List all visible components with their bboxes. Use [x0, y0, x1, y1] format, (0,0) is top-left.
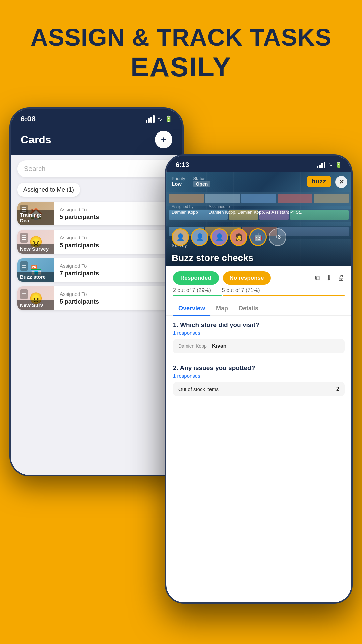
question-1: 1. Which store did you visit? 1 response… — [173, 321, 345, 353]
assigned-to-value: Damien Kopp, Damien Kopp, AI Assistant @… — [209, 210, 304, 215]
question-1-number: 1. — [173, 321, 178, 328]
hero-background: buzz Priority Low Status Open ✕ — [166, 172, 351, 266]
survey-title: Buzz store checks — [172, 253, 253, 263]
no-response-stat: 5 out of 7 (71%) — [222, 287, 260, 293]
back-header-title: Cards — [21, 133, 51, 146]
card-participants-training: 5 participants — [60, 214, 170, 221]
assigned-by-col: Assigned by Damien Kopp — [172, 204, 198, 215]
card-image-survey2: 😠 ☰ New Surv — [17, 286, 54, 310]
question-1-responses: 1 responses — [173, 330, 345, 336]
avatar-plus: +3 — [269, 228, 286, 246]
responded-button[interactable]: Responded — [173, 271, 219, 285]
response-actions: ⧉ ⬇ 🖨 — [315, 274, 345, 282]
card-item-survey2[interactable]: 😠 ☰ New Surv Assigned To 5 participants — [17, 286, 176, 310]
card-overlay-icon-survey1: ☰ — [20, 233, 28, 243]
card-item-buzz[interactable]: 🏪 ☰ Buzz store Assigned To 7 participant… — [17, 258, 176, 282]
card-image-survey1: 😠 ☰ New Survey — [17, 230, 54, 254]
card-item-training[interactable]: 🏠 ☰ Training: Dea Assigned To 5 particip… — [17, 202, 176, 225]
avatar-5: 🤖 — [249, 228, 267, 246]
card-label-overlay-survey2: New Surv — [17, 300, 54, 310]
answer-author-1: Damien Kopp — [178, 343, 208, 349]
headline-section: ASSIGN & TRACK TASKS EASILY — [0, 0, 362, 83]
card-info-buzz: Assigned To 7 participants — [54, 258, 176, 282]
answer-text-1: Kivan — [212, 343, 227, 349]
responded-stat: 2 out of 7 (29%) — [173, 287, 211, 293]
phone-front: 6:13 ∿ 🔋 — [165, 154, 353, 604]
avatar-3: 👤 — [210, 228, 228, 246]
assigned-to-col: Assigned to Damien Kopp, Damien Kopp, AI… — [209, 204, 304, 215]
front-signal-icon — [317, 162, 325, 168]
back-content: Search Assigned to Me (1) 🏠 ☰ Training: … — [11, 155, 182, 475]
status-label: Status — [193, 176, 210, 181]
question-1-title: 1. Which store did you visit? — [173, 321, 345, 329]
issue-value: 2 — [336, 386, 339, 392]
card-assigned-to-survey2: Assigned To — [60, 291, 170, 297]
question-2: 2. Any issues you spotted? 1 responses O… — [173, 364, 345, 396]
wifi-icon: ∿ — [157, 115, 162, 123]
download-icon[interactable]: ⬇ — [326, 274, 332, 282]
card-info-training: Assigned To 5 participants — [54, 202, 176, 225]
question-2-title: 2. Any issues you spotted? — [173, 364, 345, 372]
buzz-logo: buzz — [307, 176, 331, 187]
response-section: Responded No response ⧉ ⬇ 🖨 2 out of 7 (… — [166, 266, 351, 302]
issue-row-1: Out of stock items 2 — [173, 382, 345, 396]
assigned-row: Assigned by Damien Kopp Assigned to Dami… — [172, 204, 346, 215]
card-info-survey1: Assigned To 5 participants — [54, 230, 176, 254]
back-header: Cards + — [11, 127, 182, 155]
phone-back: 6:08 ∿ 🔋 Cards + Se — [9, 107, 184, 476]
card-assigned-to-survey1: Assigned To — [60, 235, 170, 240]
status-value: Open — [193, 181, 210, 187]
headline-line1: ASSIGN & TRACK TASKS — [0, 23, 362, 51]
card-assigned-to-buzz: Assigned To — [60, 263, 170, 269]
card-overlay-icon-survey2: ☰ — [20, 289, 28, 299]
card-item-survey1[interactable]: 😠 ☰ New Survey Assigned To 5 participant… — [17, 230, 176, 254]
card-participants-survey2: 5 participants — [60, 298, 170, 305]
card-label-overlay-survey1: New Survey — [17, 244, 54, 254]
battery-icon: 🔋 — [165, 115, 172, 123]
filter-tags: Assigned to Me (1) — [17, 183, 176, 197]
answer-row-1: Damien Kopp Kivan — [173, 339, 345, 353]
hero-area: buzz Priority Low Status Open ✕ — [166, 172, 351, 266]
front-battery-icon: 🔋 — [335, 162, 342, 168]
priority-value: Low — [172, 181, 182, 187]
divider-1 — [173, 360, 345, 360]
issue-table: Out of stock items 2 — [173, 382, 345, 396]
card-info-survey2: Assigned To 5 participants — [54, 286, 176, 310]
response-stats: 2 out of 7 (29%) 5 out of 7 (71%) — [173, 287, 345, 293]
card-participants-survey1: 5 participants — [60, 242, 170, 249]
question-2-number: 2. — [173, 364, 178, 371]
question-2-text: Any issues you spotted? — [180, 364, 255, 371]
priority-label: Priority — [172, 176, 185, 181]
assigned-to-me-filter[interactable]: Assigned to Me (1) — [17, 183, 80, 197]
avatar-2: 👤 — [191, 228, 208, 246]
card-label-overlay-buzz: Buzz store — [17, 272, 54, 282]
front-status-bar: 6:13 ∿ 🔋 — [166, 156, 351, 172]
question-2-responses: 1 responses — [173, 373, 345, 379]
print-icon[interactable]: 🖨 — [337, 274, 345, 282]
front-wifi-icon: ∿ — [328, 162, 333, 168]
meta-priority: Priority Low — [172, 176, 185, 187]
front-status-time: 6:13 — [176, 161, 189, 169]
survey-type: Survey — [172, 243, 187, 248]
no-response-button[interactable]: No response — [223, 271, 271, 285]
back-status-time: 6:08 — [21, 115, 36, 123]
response-progress-bars — [173, 295, 345, 296]
copy-icon[interactable]: ⧉ — [315, 274, 320, 282]
progress-no-response — [223, 295, 345, 296]
meta-bar: Priority Low Status Open — [172, 176, 210, 187]
card-overlay-icon-buzz: ☰ — [20, 261, 28, 271]
issue-label: Out of stock items — [178, 386, 331, 392]
signal-icon — [146, 115, 155, 123]
questions-section: 1. Which store did you visit? 1 response… — [166, 316, 351, 602]
assigned-by-label: Assigned by — [172, 204, 198, 209]
avatars-row: 👤 👤 👤 👩 🤖 +3 — [172, 228, 286, 246]
search-bar[interactable]: Search — [17, 160, 176, 177]
tab-map[interactable]: Map — [210, 302, 233, 315]
progress-responded — [173, 295, 222, 296]
card-participants-buzz: 7 participants — [60, 270, 170, 277]
card-label-overlay-training: Training: Dea — [17, 210, 54, 225]
close-button[interactable]: ✕ — [335, 176, 347, 188]
tab-details[interactable]: Details — [233, 302, 264, 315]
add-card-button[interactable]: + — [155, 131, 172, 148]
tab-overview[interactable]: Overview — [173, 302, 210, 315]
